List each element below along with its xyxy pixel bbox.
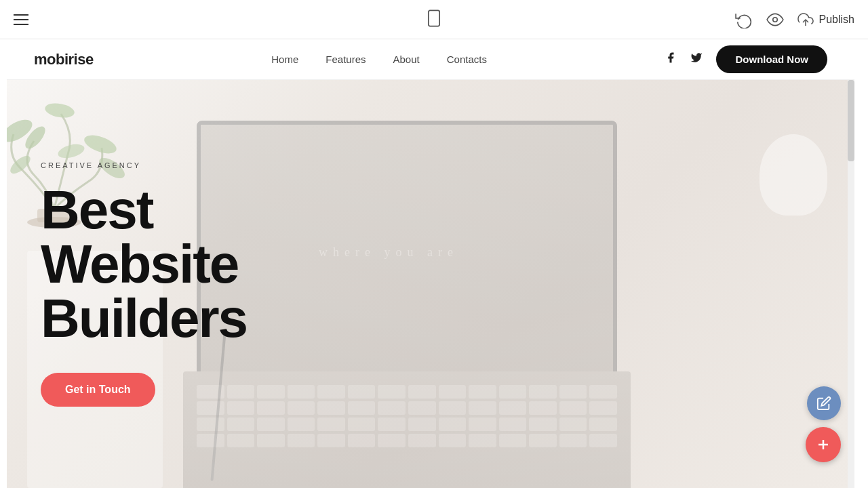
scrollbar[interactable] [848,80,854,488]
scrollbar-thumb[interactable] [848,80,854,161]
download-now-button[interactable]: Download Now [716,45,827,73]
site-nav: Home Features About Contacts [271,54,487,66]
mobile-preview-icon[interactable] [425,9,443,30]
hero-tagline: CREATIVE AGENCY [41,161,346,169]
nav-item-about[interactable]: About [393,54,420,66]
hero-title: Best Website Builders [41,183,346,346]
hero-section: where you are [7,80,854,488]
nav-item-contacts[interactable]: Contacts [447,54,487,66]
svg-rect-0 [429,10,439,26]
mug-decoration [760,134,827,216]
site-logo: mobirise [34,51,94,68]
hero-content: CREATIVE AGENCY Best Website Builders Ge… [7,80,380,488]
fab-edit-button[interactable] [807,386,841,420]
hamburger-button[interactable] [14,14,28,25]
twitter-icon[interactable] [690,52,703,67]
undo-button[interactable] [735,11,753,28]
hero-cta-button[interactable]: Get in Touch [41,373,155,407]
publish-label: Publish [819,14,854,26]
preview-area: mobirise Home Features About Contacts [7,39,861,488]
svg-point-2 [772,17,777,22]
site-navbar: mobirise Home Features About Contacts [7,39,854,80]
nav-item-features[interactable]: Features [326,54,366,66]
nav-item-home[interactable]: Home [271,54,298,66]
preview-button[interactable] [766,11,784,28]
toolbar: Publish [0,0,868,39]
fab-add-button[interactable] [806,427,841,462]
hero-title-line2: Builders [41,288,247,348]
publish-button[interactable]: Publish [797,12,854,28]
hero-title-line1: Best Website [41,180,238,294]
facebook-icon[interactable] [665,52,677,67]
site-nav-right: Download Now [665,45,827,73]
